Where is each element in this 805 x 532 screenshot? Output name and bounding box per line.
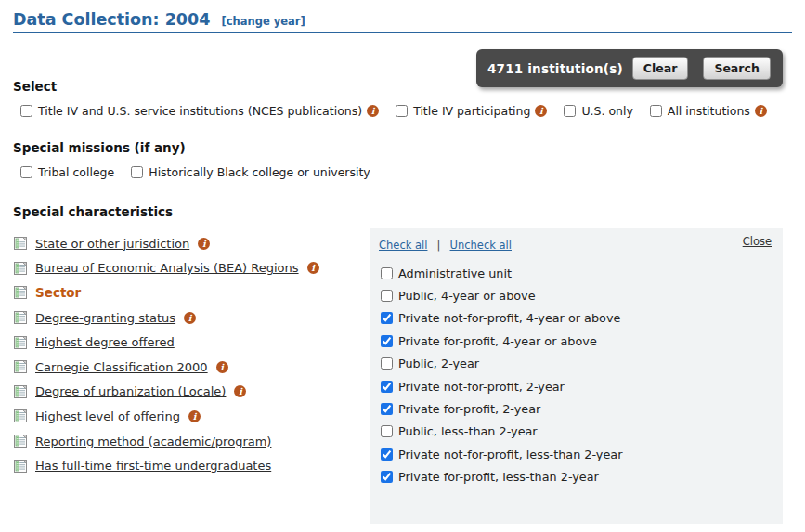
table-list-icon xyxy=(13,261,28,276)
missions-options-row: Tribal college Historically Black colleg… xyxy=(20,165,805,179)
option-label: Title IV participating xyxy=(413,104,530,118)
characteristic-link-highest-degree[interactable]: Highest degree offered xyxy=(35,335,175,349)
hbcu-checkbox[interactable] xyxy=(131,166,143,178)
table-list-icon xyxy=(13,335,28,350)
table-list-icon xyxy=(13,384,28,399)
info-icon[interactable]: i xyxy=(535,105,547,117)
sector-option-private-nfp-less2year[interactable]: Private not-for-profit, less-than 2-year xyxy=(381,443,772,465)
info-icon[interactable]: i xyxy=(307,262,319,274)
institution-count: 4711 institution(s) xyxy=(487,61,623,76)
check-all-link[interactable]: Check all xyxy=(379,239,427,252)
sector-option-private-fp-less2year[interactable]: Private for-profit, less-than 2-year xyxy=(381,466,772,488)
sector-option-public-2year[interactable]: Public, 2-year xyxy=(381,353,772,375)
info-icon[interactable]: i xyxy=(234,385,246,397)
table-list-icon xyxy=(13,409,28,423)
option-label: Private not-for-profit, 2-year xyxy=(398,380,565,394)
panel-header: Check all | Uncheck all Close xyxy=(379,235,772,253)
table-list-icon xyxy=(13,359,28,374)
table-list-icon xyxy=(13,310,28,325)
private-fp-less2year-checkbox[interactable] xyxy=(381,471,393,483)
public-2year-checkbox[interactable] xyxy=(381,357,393,370)
option-label: Public, less-than 2-year xyxy=(398,424,538,438)
characteristic-link-bea-regions[interactable]: Bureau of Economic Analysis (BEA) Region… xyxy=(35,261,299,275)
all-institutions-checkbox[interactable] xyxy=(650,105,662,117)
characteristic-link-reporting-method[interactable]: Reporting method (academic/program) xyxy=(35,435,271,448)
option-label: Public, 2-year xyxy=(398,357,479,370)
sector-option-administrative-unit[interactable]: Administrative unit xyxy=(381,262,772,284)
option-label: Private for-profit, less-than 2-year xyxy=(398,470,599,484)
option-all-institutions[interactable]: All institutions i xyxy=(650,104,767,118)
characteristic-link-fulltime-undergrads[interactable]: Has full-time first-time undergraduates xyxy=(35,459,271,473)
info-icon[interactable]: i xyxy=(755,105,767,117)
table-list-icon xyxy=(13,459,28,474)
option-label: Tribal college xyxy=(38,165,114,179)
data-collection-page: Data Collection: 2004 [change year] 4711… xyxy=(0,10,805,532)
option-tribal-college[interactable]: Tribal college xyxy=(20,165,114,179)
change-year-link[interactable]: [change year] xyxy=(221,15,305,28)
sector-option-private-nfp-4year[interactable]: Private not-for-profit, 4-year or above xyxy=(381,307,772,330)
public-4year-checkbox[interactable] xyxy=(381,290,393,302)
option-us-only[interactable]: U.S. only xyxy=(564,104,632,118)
private-nfp-less2year-checkbox[interactable] xyxy=(381,448,393,461)
characteristic-link-state[interactable]: State or other jurisdiction xyxy=(35,237,189,251)
sector-option-private-fp-2year[interactable]: Private for-profit, 2-year xyxy=(381,397,772,420)
public-less2year-checkbox[interactable] xyxy=(381,425,393,437)
uncheck-all-link[interactable]: Uncheck all xyxy=(450,239,512,252)
characteristic-link-degree-granting[interactable]: Degree-granting status xyxy=(35,311,175,325)
private-fp-4year-checkbox[interactable] xyxy=(381,335,393,347)
select-options-row: Title IV and U.S. service institutions (… xyxy=(20,104,805,118)
page-header: Data Collection: 2004 [change year] xyxy=(13,10,792,33)
characteristics-heading: Special characteristics xyxy=(13,204,805,219)
option-label: Private not-for-profit, less-than 2-year xyxy=(398,448,622,461)
option-label: Historically Black college or university xyxy=(149,165,370,179)
tribal-college-checkbox[interactable] xyxy=(20,166,32,178)
characteristic-link-sector-active[interactable]: Sector xyxy=(35,285,81,300)
sector-options-panel: Check all | Uncheck all Close Administra… xyxy=(370,228,783,524)
sector-option-public-4year[interactable]: Public, 4-year or above xyxy=(381,284,772,306)
sector-option-public-less2year[interactable]: Public, less-than 2-year xyxy=(381,421,772,443)
option-label: Private for-profit, 2-year xyxy=(398,402,540,416)
option-label: Administrative unit xyxy=(398,266,512,280)
info-icon[interactable]: i xyxy=(198,238,210,250)
info-icon[interactable]: i xyxy=(216,361,228,373)
private-fp-2year-checkbox[interactable] xyxy=(381,403,393,415)
characteristic-link-urbanization[interactable]: Degree of urbanization (Locale) xyxy=(35,384,226,398)
option-label: Public, 4-year or above xyxy=(398,289,536,303)
search-toolbar: 4711 institution(s) Clear Search xyxy=(476,49,783,87)
panel-header-links: Check all | Uncheck all xyxy=(379,235,512,253)
table-list-icon xyxy=(13,285,28,300)
characteristic-link-carnegie[interactable]: Carnegie Classification 2000 xyxy=(35,360,208,374)
sector-checkbox-list: Administrative unit Public, 4-year or ab… xyxy=(381,262,772,488)
option-label: All institutions xyxy=(668,104,750,118)
sector-option-private-fp-4year[interactable]: Private for-profit, 4-year or above xyxy=(381,330,772,352)
title-iv-participating-checkbox[interactable] xyxy=(396,105,408,117)
private-nfp-2year-checkbox[interactable] xyxy=(381,381,393,393)
us-only-checkbox[interactable] xyxy=(564,105,576,117)
info-icon[interactable]: i xyxy=(188,410,201,422)
info-icon[interactable]: i xyxy=(367,105,379,117)
option-title-iv-nces[interactable]: Title IV and U.S. service institutions (… xyxy=(20,104,379,118)
missions-heading: Special missions (if any) xyxy=(13,140,805,155)
option-label: Private for-profit, 4-year or above xyxy=(398,334,597,348)
sector-option-private-nfp-2year[interactable]: Private not-for-profit, 2-year xyxy=(381,375,772,397)
page-title: Data Collection: 2004 xyxy=(13,10,210,29)
info-icon[interactable]: i xyxy=(184,312,196,324)
administrative-unit-checkbox[interactable] xyxy=(381,267,393,279)
clear-button[interactable]: Clear xyxy=(632,57,689,80)
table-list-icon xyxy=(13,236,28,251)
option-hbcu[interactable]: Historically Black college or university xyxy=(131,165,370,179)
option-title-iv-participating[interactable]: Title IV participating i xyxy=(396,104,547,118)
search-button[interactable]: Search xyxy=(703,57,770,80)
close-link[interactable]: Close xyxy=(743,235,772,248)
title-iv-nces-checkbox[interactable] xyxy=(20,105,32,117)
characteristic-link-highest-level[interactable]: Highest level of offering xyxy=(35,409,180,423)
link-separator: | xyxy=(437,239,441,252)
table-list-icon xyxy=(13,434,28,448)
private-nfp-4year-checkbox[interactable] xyxy=(381,312,393,324)
option-label: Title IV and U.S. service institutions (… xyxy=(38,104,362,118)
option-label: Private not-for-profit, 4-year or above xyxy=(398,311,620,325)
option-label: U.S. only xyxy=(581,104,632,118)
